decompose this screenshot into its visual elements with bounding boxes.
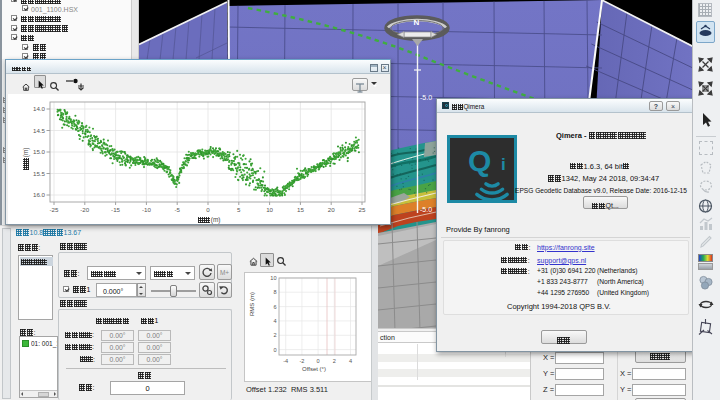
svg-text:14.5: 14.5 [33, 127, 46, 134]
svg-text:-5.0: -5.0 [420, 206, 432, 213]
svg-text:-2: -2 [299, 358, 304, 364]
svg-text:10: 10 [266, 206, 273, 213]
svg-text:0: 0 [317, 358, 320, 364]
svg-text:2: 2 [333, 358, 336, 364]
svg-text:N: N [414, 18, 420, 27]
svg-text:2: 2 [273, 332, 276, 338]
svg-text:15.0: 15.0 [33, 148, 46, 155]
svg-text:16.0: 16.0 [33, 191, 46, 198]
svg-text:5: 5 [237, 206, 241, 213]
svg-text:0: 0 [206, 206, 210, 213]
svg-text:0: 0 [273, 347, 276, 353]
svg-text:4: 4 [273, 318, 276, 324]
svg-text:20: 20 [328, 206, 335, 213]
svg-text:i: i [501, 155, 506, 174]
svg-text:15: 15 [297, 206, 304, 213]
svg-text:-10: -10 [142, 206, 152, 213]
svg-text:-5.0: -5.0 [420, 94, 432, 101]
svg-text:14.0: 14.0 [33, 105, 46, 112]
svg-text:8: 8 [273, 289, 276, 295]
svg-text:-25: -25 [50, 206, 60, 213]
svg-text:-20: -20 [80, 206, 90, 213]
svg-text:25: 25 [359, 206, 366, 213]
svg-text:-5: -5 [174, 206, 180, 213]
svg-text:15.5: 15.5 [33, 170, 46, 177]
svg-text:10: 10 [270, 275, 276, 281]
svg-text:-4: -4 [283, 358, 288, 364]
svg-text:-15: -15 [111, 206, 121, 213]
svg-text:4: 4 [349, 358, 352, 364]
svg-text:Q: Q [468, 144, 491, 177]
svg-text:6: 6 [273, 304, 276, 310]
